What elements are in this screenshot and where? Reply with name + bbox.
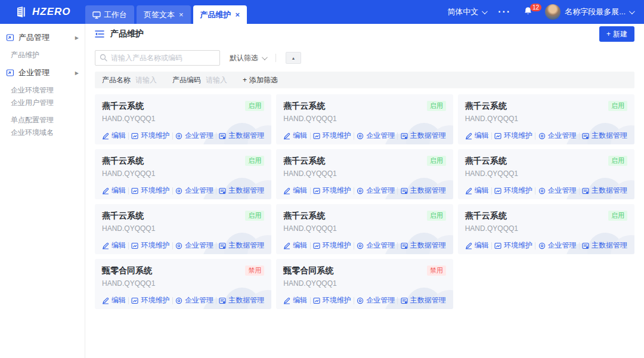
environment-icon — [131, 132, 138, 140]
masterdata-action[interactable]: 主数据管理 — [219, 295, 264, 305]
env-maintain-action[interactable]: 环境维护 — [131, 186, 169, 196]
filter-field[interactable]: 产品编码 请输入 — [172, 75, 227, 85]
masterdata-action-label: 主数据管理 — [410, 131, 446, 141]
sidebar-group[interactable]: 企业管理 ▶ — [0, 64, 85, 82]
create-button[interactable]: + 新建 — [599, 26, 634, 42]
env-maintain-action[interactable]: 环境维护 — [131, 131, 169, 141]
search-box — [95, 50, 220, 66]
filter-field[interactable]: 产品名称 请输入 — [102, 75, 157, 85]
status-badge: 启用 — [608, 156, 627, 166]
masterdata-action[interactable]: 主数据管理 — [401, 240, 446, 251]
sidebar-sub-item[interactable]: 企业环境域名 — [11, 128, 54, 138]
product-card: 燕千云系统 启用 HAND.QYQQQ1 编辑 环境维护 — [458, 204, 634, 254]
divider — [397, 187, 398, 195]
edit-action[interactable]: 编辑 — [465, 186, 489, 196]
filter-field-label: 产品编码 — [172, 75, 201, 85]
enterprise-action[interactable]: 企业管理 — [357, 186, 395, 196]
edit-action-label: 编辑 — [293, 186, 307, 196]
edit-action[interactable]: 编辑 — [465, 131, 489, 141]
masterdata-icon — [582, 242, 589, 249]
logo[interactable]: HZERO — [0, 5, 85, 18]
search-input[interactable] — [95, 50, 220, 66]
divider — [535, 242, 535, 249]
sidebar-sub-item[interactable]: 产品维护 — [11, 50, 39, 60]
edit-action[interactable]: 编辑 — [102, 240, 126, 251]
more-menu[interactable]: ··· — [498, 7, 511, 17]
notification-bell[interactable]: 12 — [523, 6, 533, 18]
masterdata-action[interactable]: 主数据管理 — [401, 131, 446, 141]
edit-action-label: 编辑 — [112, 240, 126, 251]
edit-action[interactable]: 编辑 — [283, 240, 307, 251]
tab[interactable]: 工作台 — [85, 5, 134, 24]
filter-bar: 产品名称 请输入 产品编码 请输入 +添加筛选 — [95, 72, 634, 88]
enterprise-action[interactable]: 企业管理 — [538, 240, 577, 251]
tab[interactable]: 产品维护 × — [193, 5, 247, 24]
masterdata-action[interactable]: 主数据管理 — [219, 186, 264, 196]
chevron-down-icon — [262, 54, 268, 60]
menu-fold-icon[interactable] — [95, 30, 104, 38]
env-maintain-action[interactable]: 环境维护 — [131, 295, 169, 305]
close-icon[interactable]: × — [179, 10, 184, 19]
env-maintain-action-label: 环境维护 — [141, 295, 169, 305]
enterprise-action[interactable]: 企业管理 — [357, 240, 395, 251]
enterprise-action[interactable]: 企业管理 — [175, 295, 213, 305]
edit-icon — [102, 187, 109, 195]
edit-action[interactable]: 编辑 — [102, 295, 126, 305]
user-menu[interactable]: 名称字段最多展... — [545, 4, 633, 20]
close-icon[interactable]: × — [236, 10, 240, 19]
sidebar-sub-item[interactable]: 单点配置管理 — [11, 115, 54, 125]
status-badge: 启用 — [427, 156, 446, 166]
masterdata-action[interactable]: 主数据管理 — [401, 186, 446, 196]
product-code: HAND.QYQQQ1 — [283, 279, 445, 288]
enterprise-action[interactable]: 企业管理 — [175, 186, 213, 196]
env-maintain-action[interactable]: 环境维护 — [131, 240, 169, 251]
enterprise-action-label: 企业管理 — [548, 186, 577, 196]
masterdata-icon — [582, 187, 589, 195]
env-maintain-action[interactable]: 环境维护 — [313, 131, 351, 141]
divider — [172, 132, 173, 140]
env-maintain-action[interactable]: 环境维护 — [494, 186, 532, 196]
edit-action[interactable]: 编辑 — [102, 131, 126, 141]
sidebar-group[interactable]: 产品管理 ▶ — [0, 29, 85, 47]
enterprise-action[interactable]: 企业管理 — [175, 131, 213, 141]
divider — [310, 297, 311, 304]
enterprise-action-label: 企业管理 — [185, 186, 213, 196]
env-maintain-action[interactable]: 环境维护 — [313, 295, 351, 305]
edit-action[interactable]: 编辑 — [283, 295, 307, 305]
enterprise-action[interactable]: 企业管理 — [357, 131, 395, 141]
masterdata-action[interactable]: 主数据管理 — [401, 295, 446, 305]
edit-action[interactable]: 编辑 — [283, 186, 307, 196]
status-badge: 启用 — [245, 211, 264, 221]
enterprise-action[interactable]: 企业管理 — [357, 295, 395, 305]
edit-action[interactable]: 编辑 — [465, 240, 489, 251]
environment-icon — [313, 242, 320, 249]
masterdata-action[interactable]: 主数据管理 — [582, 131, 627, 141]
sidebar-sub-item[interactable]: 企业环境管理 — [11, 85, 54, 95]
enterprise-icon — [538, 242, 546, 249]
enterprise-action[interactable]: 企业管理 — [538, 186, 577, 196]
tab[interactable]: 页签文本 × — [137, 5, 191, 24]
enterprise-action[interactable]: 企业管理 — [538, 131, 577, 141]
masterdata-action[interactable]: 主数据管理 — [582, 240, 627, 251]
sidebar-sub-item[interactable]: 企业用户管理 — [11, 98, 54, 108]
masterdata-icon — [401, 297, 408, 304]
divider — [491, 242, 492, 249]
enterprise-action[interactable]: 企业管理 — [175, 240, 213, 251]
env-maintain-action[interactable]: 环境维护 — [313, 186, 351, 196]
default-filter-dropdown[interactable]: 默认筛选 — [230, 53, 266, 63]
product-card: 燕千云系统 启用 HAND.QYQQQ1 编辑 环境维护 — [95, 94, 271, 144]
edit-action[interactable]: 编辑 — [283, 131, 307, 141]
add-filter-button[interactable]: +添加筛选 — [243, 75, 278, 85]
search-icon — [100, 54, 107, 61]
edit-action[interactable]: 编辑 — [102, 186, 126, 196]
env-maintain-action[interactable]: 环境维护 — [494, 240, 532, 251]
masterdata-action[interactable]: 主数据管理 — [582, 186, 627, 196]
masterdata-action[interactable]: 主数据管理 — [219, 131, 264, 141]
env-maintain-action-label: 环境维护 — [323, 240, 351, 251]
env-maintain-action[interactable]: 环境维护 — [494, 131, 532, 141]
divider — [216, 242, 216, 249]
masterdata-action[interactable]: 主数据管理 — [219, 240, 264, 251]
collapse-filter-button[interactable]: ▲ — [286, 52, 301, 64]
language-selector[interactable]: 简体中文 — [447, 7, 486, 17]
env-maintain-action[interactable]: 环境维护 — [313, 240, 351, 251]
